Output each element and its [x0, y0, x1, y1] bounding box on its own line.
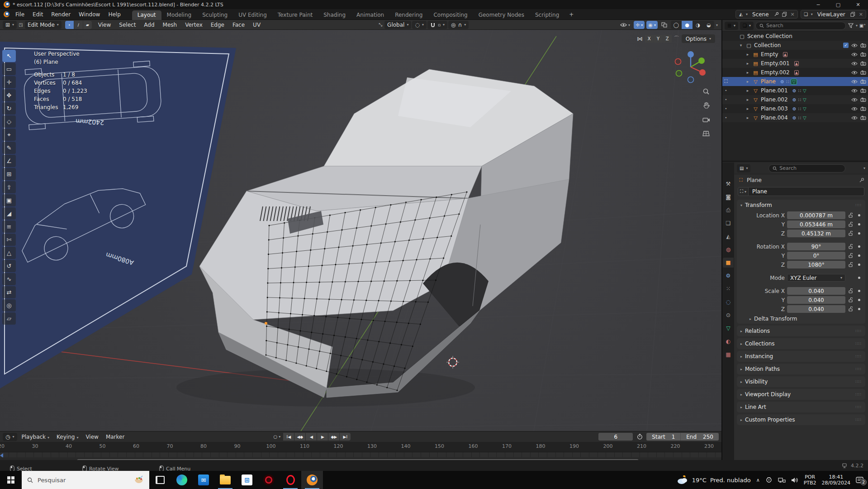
tool-measure[interactable]: ∠	[2, 155, 16, 167]
outliner-row-plane-001[interactable]: • ▸ ▽ Plane.001 ⚙ ∷ ▽	[722, 86, 868, 95]
outliner-row-plane-004[interactable]: • ▸ ▽ Plane.004 ⚙ ∷ ▽	[722, 113, 868, 122]
geometry-nodes-icon[interactable]: ∷	[798, 115, 801, 120]
taskbar-app-game[interactable]	[258, 471, 280, 489]
minimize-button[interactable]: ─	[808, 0, 828, 9]
animate-dot[interactable]	[856, 290, 862, 292]
disable-render-camera-icon[interactable]	[860, 97, 866, 102]
outliner-row-empty-001[interactable]: ▸ ▤ Empty.001 ▲	[722, 59, 868, 68]
snap-base-icon[interactable]: ⌒	[674, 36, 680, 42]
tool-select-box[interactable]: ▭	[2, 63, 16, 75]
timeline-ruler[interactable]: 2030405060708090100110120130140150160170…	[0, 442, 721, 452]
panel-viewport-display[interactable]: ▸Viewport Display∷∷	[737, 389, 865, 400]
editor-type-button[interactable]: ⊞▾	[3, 21, 17, 29]
taskbar-app-mail[interactable]: ✉	[193, 471, 214, 489]
snap-toggle[interactable]: ▫▾	[427, 21, 447, 29]
rotation-mode-select[interactable]: XYZ Euler▾	[787, 274, 845, 282]
location-value-field[interactable]: 0.45132 m	[787, 230, 845, 237]
expand-arrow[interactable]: ▸	[745, 106, 750, 111]
mode-selector[interactable]: Edit Mode▾	[25, 21, 62, 29]
panel-custom-properties[interactable]: ▸Custom Properties∷∷	[737, 414, 865, 425]
expand-arrow[interactable]: ▸	[745, 79, 750, 84]
shading-material-button[interactable]: ◑	[693, 21, 703, 29]
mesh-data-icon[interactable]: ▽	[803, 115, 806, 120]
viewport-menu-view[interactable]: View	[95, 22, 114, 28]
delta-transform-panel[interactable]: ▸Delta Transform	[737, 314, 865, 324]
expand-arrow[interactable]: ▾	[738, 43, 744, 48]
tray-chevron-icon[interactable]: ∧	[756, 477, 760, 483]
tool-knife[interactable]: ✄	[2, 234, 16, 246]
object-name-field[interactable]: Plane	[749, 187, 864, 196]
viewport-menu-select[interactable]: Select	[115, 22, 139, 28]
disable-render-camera-icon[interactable]	[860, 52, 866, 57]
properties-tab-data[interactable]: ▽	[723, 323, 734, 333]
workspace-tab-geometry-nodes[interactable]: Geometry Nodes	[473, 10, 530, 20]
panel-motion-paths[interactable]: ▸Motion Paths∷∷	[737, 364, 865, 374]
properties-tab-object[interactable]: ■	[723, 258, 734, 268]
panel-collections[interactable]: ▸Collections∷∷	[737, 338, 865, 349]
pivot-point-selector[interactable]: ◌▾	[412, 21, 427, 29]
transport-next-keyframe[interactable]: ◆▶	[328, 433, 339, 441]
properties-options-dropdown[interactable]: ▾	[863, 166, 865, 170]
mirror-icon[interactable]: ⋈	[637, 36, 643, 42]
tool-spin[interactable]: ↺	[2, 260, 16, 272]
overlays-button[interactable]: ◉▾	[646, 21, 658, 29]
properties-tab-tool[interactable]: ⚒	[723, 179, 734, 189]
workspace-tab-animation[interactable]: Animation	[351, 10, 389, 20]
shading-solid-button[interactable]: ●	[682, 21, 693, 29]
xray-toggle[interactable]	[659, 21, 669, 29]
panel-line-art[interactable]: ▸Line Art∷∷	[737, 402, 865, 412]
properties-tab-modifiers[interactable]: ⚙	[723, 271, 734, 281]
mirror-axis-y[interactable]: Y	[654, 35, 663, 43]
workspace-tab-compositing[interactable]: Compositing	[428, 10, 473, 20]
disable-render-camera-icon[interactable]	[860, 88, 866, 93]
mirror-axis-x[interactable]: X	[645, 35, 654, 43]
transform-panel-header[interactable]: ▾Transform∷∷	[737, 200, 865, 211]
workspace-tab-rendering[interactable]: Rendering	[389, 10, 428, 20]
transport-play-reverse[interactable]: ◀	[306, 433, 317, 441]
panel-visibility[interactable]: ▸Visibility∷∷	[737, 376, 865, 387]
properties-tab-constraints[interactable]: ⊙	[723, 310, 734, 320]
hide-eye-icon[interactable]	[851, 116, 858, 120]
frame-start-field[interactable]: Start1	[646, 433, 681, 441]
animate-dot[interactable]	[856, 245, 862, 248]
frame-end-field[interactable]: End250	[681, 433, 719, 441]
transport-prev-keyframe[interactable]: ◀◆	[294, 433, 305, 441]
workspace-tab-uv-editing[interactable]: UV Editing	[233, 10, 272, 20]
rotation-value-field[interactable]: 90°	[787, 243, 845, 250]
tool-inset[interactable]: ▣	[2, 194, 16, 206]
animate-dot[interactable]	[856, 232, 862, 235]
timeline-tick-strip[interactable]	[0, 452, 721, 457]
transport-play[interactable]: ▶	[317, 433, 328, 441]
animate-dot[interactable]	[856, 308, 862, 310]
expand-arrow[interactable]: ▸	[745, 70, 750, 75]
shading-rendered-button[interactable]: ◒	[703, 21, 714, 29]
expand-arrow[interactable]: ▸	[745, 97, 750, 102]
properties-tab-world[interactable]: ◍	[723, 244, 734, 254]
taskbar-app-blender[interactable]	[301, 471, 323, 489]
menu-render[interactable]: Render	[47, 11, 75, 18]
hide-eye-icon[interactable]	[851, 89, 858, 93]
transform-orientation-selector[interactable]: Global▾	[384, 21, 411, 29]
language-indicator[interactable]: PORPTB2	[804, 474, 816, 486]
properties-editor-type[interactable]: ▤▾	[737, 164, 750, 173]
transport-jump-start[interactable]: Ι◀	[283, 433, 294, 441]
expand-arrow[interactable]: ▸	[745, 61, 750, 66]
viewport-menu-edge[interactable]: Edge	[207, 22, 228, 28]
options-button[interactable]: Options▾	[682, 34, 715, 43]
modifier-wrench-icon[interactable]: ⚙	[792, 97, 797, 102]
outliner-row-plane[interactable]: ⛶ ▸ ▽ Plane ⚙ ∷ ▽	[722, 77, 868, 86]
hide-eye-icon[interactable]	[851, 43, 858, 48]
perspective-toggle-icon[interactable]	[702, 129, 711, 138]
animate-dot[interactable]	[856, 214, 862, 216]
properties-search[interactable]: Search	[768, 164, 845, 173]
close-button[interactable]: ✕	[848, 0, 868, 9]
tool-cursor[interactable]: ✛	[2, 76, 16, 88]
shading-dropdown[interactable]: ▾	[716, 23, 718, 27]
tool-annotate[interactable]: ✎	[2, 142, 16, 154]
animate-dot[interactable]	[856, 277, 862, 279]
workspace-tab-texture-paint[interactable]: Texture Paint	[272, 10, 318, 20]
geometry-nodes-icon[interactable]: ∷	[786, 79, 789, 84]
navigation-gizmo[interactable]	[673, 49, 709, 85]
lock-icon[interactable]	[848, 288, 854, 293]
hide-eye-icon[interactable]	[851, 80, 858, 84]
